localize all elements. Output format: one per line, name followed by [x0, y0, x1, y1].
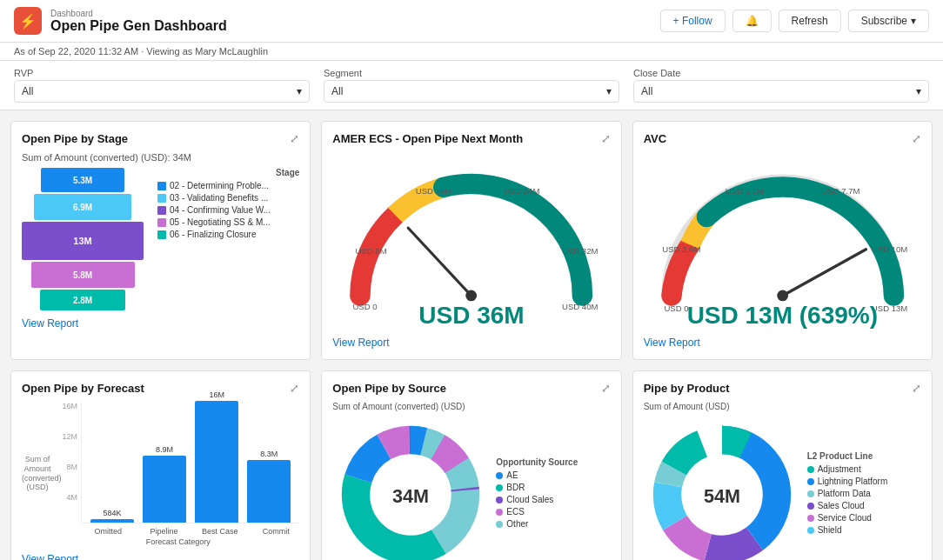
subscribe-button[interactable]: Subscribe ▾ — [848, 10, 929, 32]
legend-platform-data: Platform Data — [807, 489, 888, 498]
y-axis-ticks: 16M 12M 8M 4M — [57, 402, 81, 523]
close-date-select[interactable]: All ▾ — [633, 80, 929, 103]
view-report-avc[interactable]: View Report — [644, 337, 700, 349]
chevron-down-icon: ▾ — [297, 85, 302, 97]
legend-ecs: ECS — [496, 507, 578, 517]
funnel-chart: 5.3M 6.9M 13M 5.8M 2.8M — [22, 168, 144, 310]
svg-text:USD 2.6M: USD 2.6M — [662, 244, 700, 254]
donut-container-source: 34M Opportunity Source AE BDR Cloud Sale… — [332, 417, 610, 560]
bar-pipeline — [143, 456, 186, 523]
funnel-bar-2: 6.9M — [34, 194, 131, 220]
view-report-stage[interactable]: View Report — [22, 317, 78, 330]
bar-group-commit: 8.3M — [247, 450, 291, 523]
donut-chart-source: 34M — [332, 417, 489, 560]
chevron-down-icon: ▾ — [911, 15, 916, 27]
bar-bestcase — [195, 401, 238, 523]
bar-commit — [247, 460, 291, 523]
view-report-amer[interactable]: View Report — [332, 337, 389, 349]
bar-value-pipeline: 8.9M — [156, 445, 173, 454]
page-title: Open Pipe Gen Dashboard — [50, 18, 227, 34]
legend-other: Other — [496, 519, 578, 529]
svg-text:USD 0: USD 0 — [664, 303, 688, 313]
bell-button[interactable]: 🔔 — [732, 10, 772, 32]
expand-icon[interactable]: ⤢ — [601, 132, 611, 145]
legend-item-2: 03 - Validating Benefits ... — [157, 193, 299, 203]
legend-item-1: 02 - Determining Proble... — [157, 181, 299, 190]
funnel-bar-1: 5.3M — [41, 168, 124, 192]
card-open-pipe-by-stage: Open Pipe by Stage ⤢ Sum of Amount (conv… — [10, 121, 311, 360]
legend-color-1 — [157, 182, 166, 190]
y-axis-label: Sum of Amount (converted)(USD) — [22, 402, 53, 546]
bar-chart-area: 584K 8.9M 16M 8.3M — [81, 402, 299, 523]
bar-group-bestcase: 16M — [195, 390, 238, 523]
svg-text:USD 7.7M: USD 7.7M — [821, 186, 859, 196]
title-group: Dashboard Open Pipe Gen Dashboard — [50, 9, 227, 34]
card-title-forecast: Open Pipe by Forecast — [22, 382, 144, 395]
svg-point-9 — [777, 290, 788, 302]
chevron-down-icon: ▾ — [606, 85, 612, 97]
card-pipe-by-source: Open Pipe by Source ⤢ Sum of Amount (con… — [321, 370, 621, 560]
header-actions: + Follow 🔔 Refresh Subscribe ▾ — [660, 10, 929, 32]
gauge-value-amer: USD 36M — [418, 302, 524, 330]
expand-icon[interactable]: ⤢ — [290, 382, 299, 395]
header-left: ⚡ Dashboard Open Pipe Gen Dashboard — [14, 7, 227, 35]
legend-sales-cloud: Sales Cloud — [807, 501, 888, 510]
segment-select[interactable]: All ▾ — [324, 80, 619, 103]
view-report-forecast[interactable]: View Report — [22, 553, 78, 560]
legend-lightning: Lightning Platform — [807, 477, 888, 486]
funnel-bar-4: 5.8M — [31, 262, 135, 288]
bar-value-omitted: 584K — [104, 509, 122, 517]
funnel-container: 5.3M 6.9M 13M 5.8M 2.8M Stage 02 - Deter… — [22, 168, 299, 310]
legend-service-cloud: Service Cloud — [807, 513, 888, 523]
card-title-source: Open Pipe by Source — [332, 382, 446, 395]
gauge-container-amer: USD 0 USD 8M USD 16M USD 24M USD 32M USD… — [332, 152, 610, 330]
bar-value-commit: 8.3M — [260, 450, 278, 458]
filter-rvp: RVP All ▾ — [14, 68, 310, 103]
card-avc: AVC ⤢ USD 0 USD 2.6M USD 5.1M USD 7.7M — [632, 121, 933, 360]
gauge-value-avc: USD 13M (639%) — [687, 302, 878, 330]
expand-icon[interactable]: ⤢ — [912, 132, 921, 145]
card-title-avc: AVC — [644, 132, 666, 145]
svg-text:34M: 34M — [392, 485, 429, 507]
card-amer-ecs: AMER ECS - Open Pipe Next Month ⤢ USD 0 … — [321, 121, 621, 360]
gauge-svg-avc: USD 0 USD 2.6M USD 5.1M USD 7.7M USD 10M… — [644, 152, 921, 319]
card-forecast: Open Pipe by Forecast ⤢ Sum of Amount (c… — [10, 370, 311, 560]
donut-legend-source: Opportunity Source AE BDR Cloud Sales EC… — [496, 457, 578, 531]
dashboard-icon: ⚡ — [14, 7, 42, 35]
card-pipe-by-product: Pipe by Product ⤢ Sum of Amount (USD) — [632, 370, 933, 560]
expand-icon[interactable]: ⤢ — [290, 132, 299, 145]
legend-cloud-sales: Cloud Sales — [496, 495, 578, 504]
donut-legend-product: L2 Product Line Adjustment Lightning Pla… — [807, 451, 888, 537]
legend-color-4 — [157, 218, 166, 227]
follow-button[interactable]: + Follow — [660, 10, 726, 32]
x-axis-label: Forecast Category — [57, 537, 299, 546]
refresh-button[interactable]: Refresh — [779, 10, 841, 32]
chevron-down-icon: ▾ — [916, 85, 921, 97]
bar-group-omitted: 584K — [90, 509, 134, 523]
bar-omitted — [90, 519, 134, 523]
legend-color-5 — [157, 230, 166, 239]
legend-bdr: BDR — [496, 483, 578, 492]
card-title-amer: AMER ECS - Open Pipe Next Month — [332, 132, 523, 145]
filters-bar: RVP All ▾ Segment All ▾ Close Date All ▾ — [0, 61, 943, 110]
legend-adjustment: Adjustment — [807, 464, 888, 474]
funnel-bar-3: 13M — [22, 222, 144, 260]
filter-close-date: Close Date All ▾ — [633, 68, 929, 103]
subheader: As of Sep 22, 2020 11:32 AM · Viewing as… — [0, 43, 943, 61]
svg-line-8 — [782, 250, 866, 296]
card-title-product: Pipe by Product — [644, 382, 730, 395]
expand-icon[interactable]: ⤢ — [912, 382, 921, 395]
gauge-svg-amer: USD 0 USD 8M USD 16M USD 24M USD 32M USD… — [332, 152, 610, 319]
svg-line-0 — [409, 228, 472, 296]
legend-color-3 — [157, 206, 166, 215]
svg-text:USD 8M: USD 8M — [356, 246, 387, 256]
legend-item-5: 06 - Finalizing Closure — [157, 230, 299, 239]
svg-text:USD 32M: USD 32M — [562, 246, 598, 256]
svg-text:54M: 54M — [704, 485, 740, 507]
funnel-summary: Sum of Amount (converted) (USD): 34M — [22, 152, 299, 163]
expand-icon[interactable]: ⤢ — [601, 382, 611, 395]
rvp-select[interactable]: All ▾ — [14, 80, 310, 103]
legend-item-3: 04 - Confirming Value W... — [157, 205, 299, 215]
legend-shield: Shield — [807, 525, 888, 535]
svg-text:USD 16M: USD 16M — [416, 186, 451, 196]
